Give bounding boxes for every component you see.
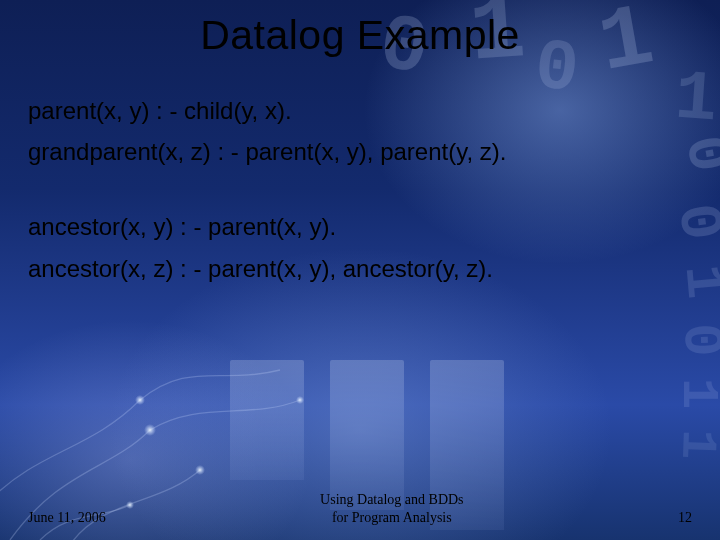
rule-line: grandparent(x, z) : - parent(x, y), pare… — [28, 133, 692, 170]
slide: 0 1 0 1 1 0 0 1 0 1 1 — [0, 0, 720, 540]
footer-center-line1: Using Datalog and BDDs — [320, 492, 464, 507]
slide-body: parent(x, y) : - child(y, x). grandparen… — [28, 92, 692, 291]
rule-line: ancestor(x, z) : - parent(x, y), ancesto… — [28, 250, 692, 287]
svg-point-4 — [296, 396, 304, 404]
svg-point-1 — [135, 395, 145, 405]
footer-center-line2: for Program Analysis — [332, 510, 452, 525]
footer-page-number: 12 — [678, 510, 692, 526]
slide-footer: June 11, 2006 Using Datalog and BDDs for… — [28, 491, 692, 526]
footer-date: June 11, 2006 — [28, 510, 106, 526]
rule-line: parent(x, y) : - child(y, x). — [28, 92, 692, 129]
svg-point-0 — [144, 424, 156, 436]
slide-title: Datalog Example — [0, 12, 720, 59]
footer-center: Using Datalog and BDDs for Program Analy… — [320, 491, 464, 526]
svg-point-2 — [195, 465, 205, 475]
rule-line: ancestor(x, y) : - parent(x, y). — [28, 208, 692, 245]
blank-line — [28, 174, 692, 208]
